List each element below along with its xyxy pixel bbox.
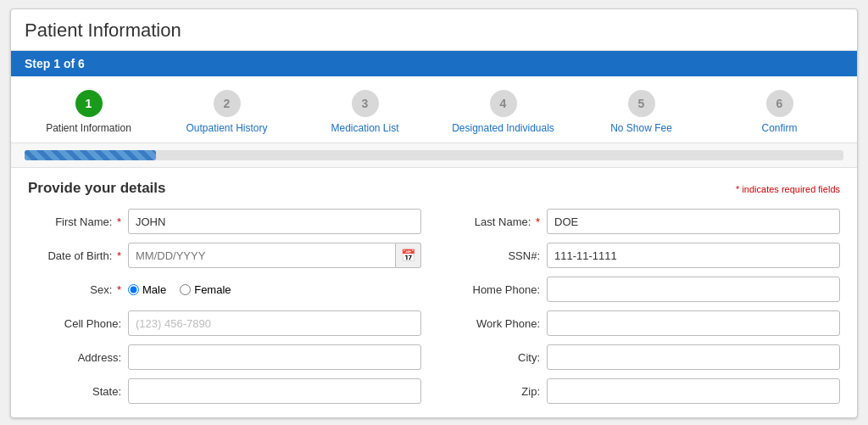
- sex-label: Sex: *: [28, 283, 121, 296]
- step-5[interactable]: 5 No Show Fee: [572, 90, 710, 134]
- sex-male-radio[interactable]: [128, 284, 139, 295]
- state-row: State:: [28, 378, 421, 404]
- zip-label: Zip:: [447, 385, 540, 398]
- main-container: Patient Information Step 1 of 6 1 Patien…: [10, 8, 858, 418]
- date-input-wrapper: 📅: [128, 243, 421, 268]
- ssn-label: SSN#:: [447, 249, 540, 262]
- step-4-label: Designated Individuals: [452, 122, 554, 134]
- home-phone-label: Home Phone:: [447, 283, 540, 296]
- city-label: City:: [447, 351, 540, 364]
- last-name-label: Last Name: *: [447, 215, 540, 228]
- step-3-circle: 3: [352, 90, 379, 117]
- work-phone-label: Work Phone:: [447, 317, 540, 330]
- state-label: State:: [28, 385, 121, 398]
- state-input[interactable]: [128, 378, 421, 404]
- cell-phone-label: Cell Phone:: [28, 317, 121, 330]
- last-name-row: Last Name: *: [447, 209, 840, 234]
- section-title: Provide your details: [28, 180, 166, 197]
- home-phone-row: Home Phone:: [447, 277, 840, 302]
- zip-row: Zip:: [447, 378, 840, 404]
- step-4[interactable]: 4 Designated Individuals: [434, 90, 572, 134]
- sex-male-text: Male: [142, 283, 166, 296]
- section-header-row: Provide your details * indicates require…: [28, 180, 840, 197]
- steps-container: 1 Patient Information 2 Outpatient Histo…: [11, 76, 857, 143]
- address-input[interactable]: [128, 344, 421, 370]
- step-6-circle: 6: [766, 90, 793, 117]
- step-1-circle: 1: [75, 90, 103, 117]
- step-banner: Step 1 of 6: [11, 51, 857, 76]
- sex-male-label[interactable]: Male: [128, 283, 166, 296]
- address-row: Address:: [28, 344, 421, 370]
- sex-row: Sex: * Male Female: [28, 277, 421, 302]
- progress-bar-fill: [25, 150, 156, 160]
- ssn-row: SSN#:: [447, 243, 840, 268]
- first-name-label: First Name: *: [28, 215, 121, 228]
- form-grid: First Name: * Last Name: * Date of Birth…: [28, 209, 840, 404]
- last-name-input[interactable]: [547, 209, 840, 234]
- step-3-label: Medication List: [331, 122, 398, 134]
- first-name-input[interactable]: [128, 209, 421, 234]
- step-5-label: No Show Fee: [610, 122, 672, 134]
- form-section: Provide your details * indicates require…: [11, 168, 857, 417]
- progress-bar-container: [11, 143, 857, 168]
- calendar-button[interactable]: 📅: [396, 243, 421, 268]
- step-1[interactable]: 1 Patient Information: [19, 90, 158, 134]
- work-phone-row: Work Phone:: [447, 310, 840, 336]
- dob-row: Date of Birth: * 📅: [28, 243, 421, 268]
- dob-label: Date of Birth: *: [28, 249, 121, 262]
- work-phone-input[interactable]: [547, 310, 840, 336]
- sex-female-radio[interactable]: [180, 284, 191, 295]
- progress-bar-track: [25, 150, 843, 160]
- step-1-label: Patient Information: [46, 122, 131, 134]
- step-2-circle: 2: [214, 90, 241, 117]
- address-label: Address:: [28, 351, 121, 364]
- step-4-circle: 4: [490, 90, 517, 117]
- cell-phone-input[interactable]: [128, 310, 421, 336]
- ssn-input[interactable]: [547, 243, 840, 268]
- dob-input[interactable]: [128, 243, 396, 268]
- required-note: * indicates required fields: [736, 184, 840, 194]
- sex-female-label[interactable]: Female: [180, 283, 231, 296]
- cell-phone-row: Cell Phone:: [28, 310, 421, 336]
- page-title: Patient Information: [11, 9, 857, 51]
- sex-radio-group: Male Female: [128, 283, 421, 296]
- step-3[interactable]: 3 Medication List: [296, 90, 434, 134]
- sex-female-text: Female: [194, 283, 231, 296]
- city-input[interactable]: [547, 344, 840, 370]
- zip-input[interactable]: [547, 378, 840, 404]
- step-2[interactable]: 2 Outpatient History: [158, 90, 296, 134]
- home-phone-input[interactable]: [547, 277, 840, 302]
- step-5-circle: 5: [628, 90, 655, 117]
- step-2-label: Outpatient History: [186, 122, 267, 134]
- city-row: City:: [447, 344, 840, 370]
- first-name-row: First Name: *: [28, 209, 421, 234]
- step-6[interactable]: 6 Confirm: [710, 90, 849, 134]
- step-6-label: Confirm: [761, 122, 797, 134]
